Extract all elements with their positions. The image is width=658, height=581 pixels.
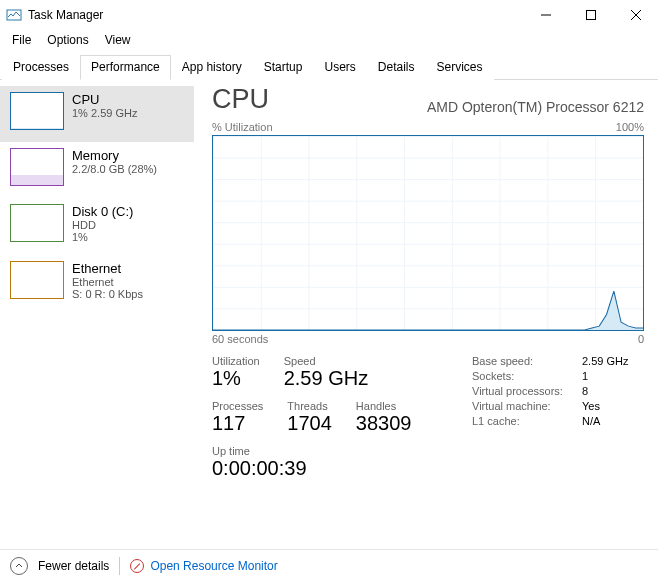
- sidebar-item-sub: 1% 2.59 GHz: [72, 107, 137, 119]
- ethernet-thumb: [10, 261, 64, 299]
- maximize-button[interactable]: [568, 0, 613, 30]
- performance-sidebar: CPU 1% 2.59 GHz Memory 2.2/8.0 GB (28%) …: [0, 80, 194, 549]
- menubar: File Options View: [0, 30, 658, 50]
- sidebar-item-sub: 1%: [72, 231, 133, 243]
- tab-performance[interactable]: Performance: [80, 55, 171, 80]
- chart-plot: [213, 136, 643, 330]
- tab-app-history[interactable]: App history: [171, 55, 253, 80]
- stats-panel: Utilization 1% Speed 2.59 GHz Processes …: [212, 355, 644, 490]
- sidebar-item-ethernet[interactable]: Ethernet Ethernet S: 0 R: 0 Kbps: [0, 255, 194, 312]
- tab-services[interactable]: Services: [426, 55, 494, 80]
- stat-handles: Handles 38309: [356, 400, 412, 435]
- disk-thumb: [10, 204, 64, 242]
- page-title: CPU: [212, 84, 269, 115]
- tab-startup[interactable]: Startup: [253, 55, 314, 80]
- sidebar-item-label: Disk 0 (C:): [72, 204, 133, 219]
- stat-utilization: Utilization 1%: [212, 355, 260, 390]
- stat-speed: Speed 2.59 GHz: [284, 355, 368, 390]
- performance-body: CPU 1% 2.59 GHz Memory 2.2/8.0 GB (28%) …: [0, 80, 658, 549]
- chart-x-label: 60 seconds: [212, 333, 268, 345]
- tabstrip: Processes Performance App history Startu…: [0, 54, 658, 80]
- sidebar-item-sub: Ethernet: [72, 276, 143, 288]
- titlebar: Task Manager: [0, 0, 658, 30]
- window-controls: [523, 0, 658, 30]
- kv-sockets: Sockets:1: [472, 370, 628, 382]
- sidebar-item-label: Memory: [72, 148, 157, 163]
- tab-users[interactable]: Users: [313, 55, 366, 80]
- window-title: Task Manager: [28, 8, 523, 22]
- sidebar-item-memory[interactable]: Memory 2.2/8.0 GB (28%): [0, 142, 194, 198]
- sidebar-item-sub: HDD: [72, 219, 133, 231]
- cpu-thumb: [10, 92, 64, 130]
- memory-thumb: [10, 148, 64, 186]
- performance-main: CPU AMD Opteron(TM) Processor 6212 % Uti…: [194, 80, 658, 549]
- minimize-button[interactable]: [523, 0, 568, 30]
- sidebar-item-sub: S: 0 R: 0 Kbps: [72, 288, 143, 300]
- kv-base-speed: Base speed:2.59 GHz: [472, 355, 628, 367]
- kv-l1-cache: L1 cache:N/A: [472, 415, 628, 427]
- sidebar-item-label: Ethernet: [72, 261, 143, 276]
- open-resource-monitor-link[interactable]: Open Resource Monitor: [130, 559, 277, 573]
- stat-processes: Processes 117: [212, 400, 263, 435]
- menu-options[interactable]: Options: [39, 31, 96, 49]
- footer-divider: [119, 557, 120, 575]
- sidebar-item-cpu[interactable]: CPU 1% 2.59 GHz: [0, 86, 194, 142]
- cpu-model: AMD Opteron(TM) Processor 6212: [427, 99, 644, 115]
- kv-virtual-processors: Virtual processors:8: [472, 385, 628, 397]
- tab-details[interactable]: Details: [367, 55, 426, 80]
- kv-virtual-machine: Virtual machine:Yes: [472, 400, 628, 412]
- close-button[interactable]: [613, 0, 658, 30]
- chevron-up-icon[interactable]: [10, 557, 28, 575]
- cpu-chart[interactable]: [212, 135, 644, 331]
- chart-y-label: % Utilization: [212, 121, 273, 133]
- svg-rect-2: [586, 11, 595, 20]
- footer: Fewer details Open Resource Monitor: [0, 549, 658, 581]
- tab-processes[interactable]: Processes: [2, 55, 80, 80]
- task-manager-icon: [6, 7, 22, 23]
- sidebar-item-label: CPU: [72, 92, 137, 107]
- menu-file[interactable]: File: [4, 31, 39, 49]
- stat-uptime: Up time 0:00:00:39: [212, 445, 307, 480]
- fewer-details-link[interactable]: Fewer details: [38, 559, 109, 573]
- menu-view[interactable]: View: [97, 31, 139, 49]
- chart-x-min: 0: [638, 333, 644, 345]
- sidebar-item-sub: 2.2/8.0 GB (28%): [72, 163, 157, 175]
- sidebar-item-disk[interactable]: Disk 0 (C:) HDD 1%: [0, 198, 194, 255]
- resource-monitor-icon: [130, 559, 144, 573]
- stat-threads: Threads 1704: [287, 400, 332, 435]
- chart-y-max: 100%: [616, 121, 644, 133]
